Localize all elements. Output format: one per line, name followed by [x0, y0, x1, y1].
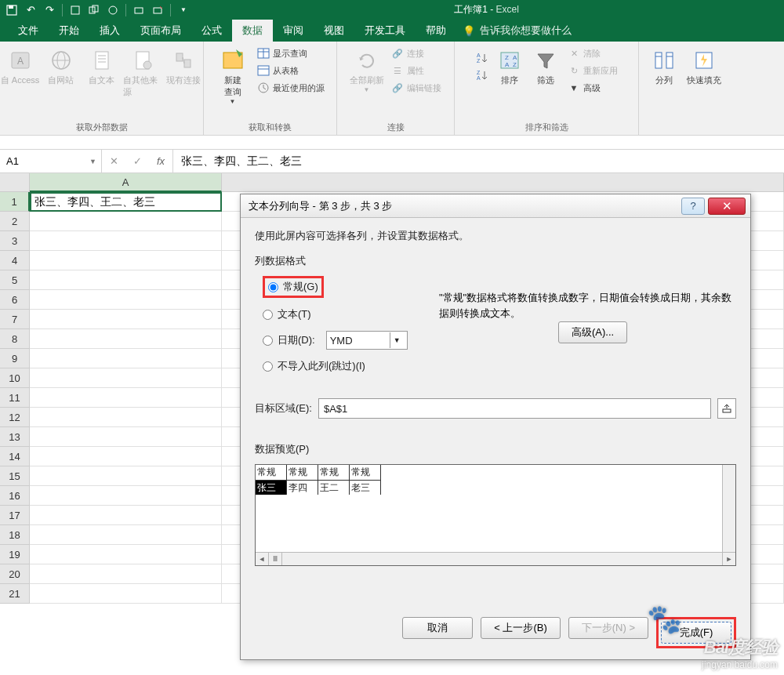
row-header[interactable]: 7 — [0, 310, 30, 329]
from-access-button[interactable]: A自 Access — [1, 45, 40, 112]
reapply-button[interactable]: ↻重新应用 — [564, 62, 621, 79]
enter-formula-button[interactable]: ✓ — [125, 155, 149, 167]
tab-pagelayout[interactable]: 页面布局 — [130, 20, 191, 42]
qat-icon-4[interactable] — [130, 2, 147, 19]
row-header[interactable]: 16 — [0, 486, 30, 506]
row-header[interactable]: 20 — [0, 564, 30, 584]
cell[interactable] — [30, 506, 222, 525]
preview-column-1[interactable]: 常规张三 — [256, 465, 287, 495]
cell[interactable] — [30, 212, 222, 231]
tab-developer[interactable]: 开发工具 — [354, 20, 416, 42]
qat-icon-3[interactable] — [104, 2, 122, 19]
cell[interactable] — [30, 545, 222, 564]
radio-skip-label[interactable]: 不导入此列(跳过)(I) — [278, 359, 365, 373]
recent-sources-button[interactable]: 最近使用的源 — [254, 79, 328, 96]
row-header[interactable]: 1 — [0, 192, 30, 212]
target-range-input[interactable]: $A$1 — [318, 398, 711, 419]
tab-home[interactable]: 开始 — [49, 20, 89, 42]
row-header[interactable]: 3 — [0, 231, 30, 251]
date-format-combo[interactable]: YMD▼ — [326, 331, 408, 350]
back-button[interactable]: < 上一步(B) — [481, 617, 561, 639]
radio-general[interactable] — [268, 282, 278, 292]
row-header[interactable]: 4 — [0, 251, 30, 270]
cell[interactable] — [30, 310, 222, 329]
tab-formulas[interactable]: 公式 — [191, 20, 232, 42]
help-button[interactable]: ? — [681, 198, 705, 215]
column-header[interactable] — [222, 173, 784, 192]
radio-date-label[interactable]: 日期(D): — [278, 333, 315, 347]
cell[interactable] — [30, 564, 222, 584]
cell[interactable] — [30, 290, 222, 310]
advanced-filter-button[interactable]: ▼高级 — [564, 79, 621, 96]
tab-help[interactable]: 帮助 — [416, 20, 456, 42]
row-header[interactable]: 5 — [0, 270, 30, 290]
column-header-a[interactable]: A — [30, 173, 222, 192]
show-queries-button[interactable]: 显示查询 — [254, 45, 328, 62]
refresh-all-button[interactable]: 全部刷新▼ — [347, 45, 387, 112]
row-header[interactable]: 17 — [0, 506, 30, 525]
tab-file[interactable]: 文件 — [8, 20, 49, 42]
row-header[interactable]: 10 — [0, 368, 30, 388]
filter-button[interactable]: 筛选 — [528, 45, 563, 112]
dropdown-icon[interactable]: ▼ — [89, 158, 96, 165]
properties-button[interactable]: ☰属性 — [388, 62, 445, 79]
preview-scrollbar-v[interactable] — [722, 465, 735, 552]
cancel-formula-button[interactable]: ✕ — [102, 155, 125, 167]
next-button[interactable]: 下一步(N) > — [568, 617, 648, 639]
qat-icon-2[interactable] — [85, 2, 103, 19]
sort-za-button[interactable]: ZA — [472, 67, 491, 84]
cell[interactable] — [30, 388, 222, 408]
row-header[interactable]: 19 — [0, 545, 30, 564]
tab-review[interactable]: 审阅 — [273, 20, 314, 42]
preview-scrollbar-h[interactable]: ◄Ⅲ► — [256, 552, 735, 565]
row-header[interactable]: 11 — [0, 388, 30, 408]
undo-icon[interactable]: ↶ — [22, 2, 39, 19]
row-header[interactable]: 21 — [0, 584, 30, 604]
row-header[interactable]: 6 — [0, 290, 30, 310]
radio-text[interactable] — [263, 310, 273, 320]
cell[interactable] — [30, 427, 222, 447]
cell[interactable] — [30, 486, 222, 506]
tell-me-search[interactable]: 💡 告诉我你想要做什么 — [463, 20, 572, 42]
qat-dropdown-icon[interactable]: ▼ — [175, 2, 192, 19]
from-other-button[interactable]: 自其他来源 — [123, 45, 162, 112]
from-table-button[interactable]: 从表格 — [254, 62, 328, 79]
new-query-button[interactable]: 新建 查询▼ — [213, 45, 252, 112]
cell[interactable] — [30, 231, 222, 251]
edit-links-button[interactable]: 🔗编辑链接 — [388, 79, 445, 96]
cell[interactable] — [30, 368, 222, 388]
preview-column-4[interactable]: 常规老三 — [350, 465, 381, 495]
qat-icon-5[interactable] — [149, 2, 166, 19]
existing-connections-button[interactable]: 现有连接 — [164, 45, 203, 112]
connections-button[interactable]: 🔗连接 — [388, 45, 445, 62]
sort-button[interactable]: ZAAZ排序 — [492, 45, 527, 112]
collapse-dialog-button[interactable] — [717, 398, 736, 419]
cell[interactable] — [30, 466, 222, 486]
tab-data[interactable]: 数据 — [232, 20, 273, 42]
close-button[interactable]: ✕ — [708, 198, 746, 215]
row-header[interactable]: 13 — [0, 427, 30, 447]
radio-text-label[interactable]: 文本(T) — [278, 307, 311, 321]
cell[interactable] — [30, 349, 222, 368]
cell[interactable]: 张三、李四、王二、老三 — [30, 192, 222, 212]
cell[interactable] — [30, 251, 222, 270]
radio-skip[interactable] — [263, 361, 273, 372]
preview-column-2[interactable]: 常规李四 — [287, 465, 318, 495]
flash-fill-button[interactable]: 快速填充 — [683, 45, 725, 112]
name-box[interactable]: A1▼ — [0, 150, 102, 172]
row-header[interactable]: 2 — [0, 212, 30, 231]
dialog-titlebar[interactable]: 文本分列向导 - 第 3 步，共 3 步 ? ✕ — [241, 194, 750, 218]
cell[interactable] — [30, 525, 222, 545]
row-header[interactable]: 9 — [0, 349, 30, 368]
row-header[interactable]: 15 — [0, 466, 30, 486]
cell[interactable] — [30, 270, 222, 290]
cancel-button[interactable]: 取消 — [402, 617, 473, 639]
cell[interactable] — [30, 447, 222, 466]
select-all-corner[interactable] — [0, 173, 30, 192]
from-web-button[interactable]: 自网站 — [42, 45, 81, 112]
cell[interactable] — [30, 329, 222, 349]
radio-date[interactable] — [263, 336, 273, 346]
cell[interactable] — [30, 408, 222, 427]
from-text-button[interactable]: 自文本 — [82, 45, 122, 112]
formula-input[interactable]: 张三、李四、王二、老三 — [173, 150, 784, 172]
